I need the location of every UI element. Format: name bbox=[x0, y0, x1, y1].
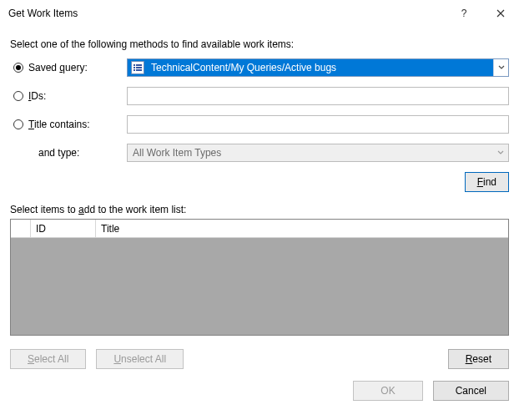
svg-rect-3 bbox=[136, 67, 142, 68]
chevron-down-icon bbox=[497, 150, 504, 155]
results-grid[interactable]: ID Title bbox=[10, 219, 509, 336]
svg-rect-5 bbox=[136, 69, 142, 71]
column-title[interactable]: Title bbox=[96, 220, 508, 237]
and-type-label: and type: bbox=[10, 147, 120, 159]
ids-label: IDs: bbox=[28, 90, 46, 102]
ids-input[interactable] bbox=[127, 87, 509, 105]
title-contains-radio[interactable] bbox=[13, 119, 23, 129]
titlebar: Get Work Items ? bbox=[0, 0, 519, 27]
cancel-button[interactable]: Cancel bbox=[433, 381, 509, 401]
column-id[interactable]: ID bbox=[31, 220, 96, 237]
results-header: ID Title bbox=[11, 220, 508, 238]
and-type-dropdown bbox=[495, 147, 506, 159]
list-icon bbox=[131, 61, 144, 74]
ids-radio[interactable] bbox=[13, 91, 23, 101]
saved-query-label: Saved query: bbox=[28, 62, 88, 73]
help-button[interactable]: ? bbox=[446, 0, 482, 27]
saved-query-radio-row[interactable]: Saved query: bbox=[10, 62, 120, 73]
window-title: Get Work Items bbox=[8, 8, 446, 19]
title-contains-radio-row[interactable]: Title contains: bbox=[10, 119, 120, 130]
close-icon bbox=[496, 9, 505, 18]
ok-button: OK bbox=[353, 381, 422, 401]
instruction-text: Select one of the following methods to f… bbox=[0, 27, 519, 58]
chevron-down-icon bbox=[498, 65, 505, 70]
ids-radio-row[interactable]: IDs: bbox=[10, 90, 120, 102]
find-button[interactable]: Find bbox=[465, 172, 509, 192]
unselect-all-button: Unselect All bbox=[96, 349, 184, 369]
saved-query-dropdown[interactable] bbox=[493, 59, 508, 76]
svg-rect-2 bbox=[134, 67, 135, 68]
and-type-combo: All Work Item Types bbox=[127, 144, 509, 162]
saved-query-combo[interactable]: TechnicalContent/My Queries/Active bugs bbox=[127, 58, 509, 77]
close-button[interactable] bbox=[482, 0, 519, 27]
svg-rect-4 bbox=[134, 69, 135, 71]
select-all-button: Select All bbox=[10, 349, 86, 369]
title-contains-input[interactable] bbox=[127, 115, 509, 134]
reset-button[interactable]: Reset bbox=[448, 349, 509, 369]
svg-rect-0 bbox=[134, 64, 135, 66]
svg-rect-1 bbox=[136, 64, 142, 66]
saved-query-value: TechnicalContent/My Queries/Active bugs bbox=[146, 60, 493, 75]
title-contains-label: Title contains: bbox=[28, 119, 90, 130]
column-checkbox[interactable] bbox=[11, 220, 31, 237]
saved-query-radio[interactable] bbox=[13, 63, 23, 73]
results-body bbox=[11, 238, 508, 335]
select-items-label: Select items to add to the work item lis… bbox=[0, 192, 519, 219]
and-type-value: All Work Item Types bbox=[133, 147, 221, 159]
